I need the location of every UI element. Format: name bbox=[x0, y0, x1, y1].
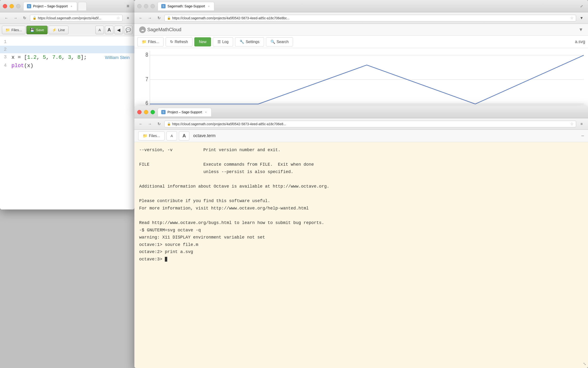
tab-favicon-bottom: S bbox=[161, 110, 166, 114]
url-text-right: https://cloud.sagemath.com/projects/4a5f… bbox=[172, 16, 569, 20]
term-line-16[interactable]: octave:3> bbox=[139, 256, 583, 263]
line-number-3: 3 bbox=[1, 53, 9, 61]
back-button-right[interactable]: ← bbox=[137, 15, 144, 22]
maximize-button-bottom[interactable] bbox=[151, 110, 155, 114]
close-button[interactable] bbox=[3, 4, 7, 8]
tab-close-left[interactable]: × bbox=[70, 4, 73, 8]
term-smc-toolbar: 📁 Files... A A octave.term − bbox=[134, 130, 588, 142]
reload-button-left[interactable]: ↻ bbox=[21, 15, 28, 22]
smc-new-label: New bbox=[199, 40, 206, 44]
smc-logo: ☁ bbox=[139, 27, 146, 33]
url-lock-left: 🔒 bbox=[33, 16, 36, 20]
url-bar-bottom[interactable]: 🔒 https://cloud.sagemath.com/projects/4a… bbox=[164, 121, 576, 127]
term-font-large-button[interactable]: A bbox=[179, 131, 189, 140]
smc-refresh-button[interactable]: ↻ Refresh bbox=[166, 37, 192, 46]
tab-favicon-left: S bbox=[27, 4, 31, 8]
smc-log-button[interactable]: ☰ Log bbox=[213, 37, 233, 46]
reload-button-right[interactable]: ↻ bbox=[155, 15, 162, 22]
smc-new-button[interactable]: New bbox=[194, 37, 211, 46]
smc-nav-expand[interactable]: ▼ bbox=[579, 27, 583, 32]
bookmark-star-right[interactable]: ☆ bbox=[570, 16, 573, 20]
smc-files-button[interactable]: 📁 Files... bbox=[137, 37, 164, 46]
menu-button-left[interactable]: ≡ bbox=[125, 15, 132, 22]
comment-button[interactable]: 💬 bbox=[124, 26, 133, 34]
files-icon: 📁 bbox=[5, 28, 10, 32]
font-large-button[interactable]: A bbox=[105, 26, 114, 34]
smc-log-label: Log bbox=[222, 40, 229, 44]
reload-button-bottom[interactable]: ↻ bbox=[155, 120, 162, 128]
collapse-button[interactable]: ◀ bbox=[114, 26, 123, 34]
smc-refresh-icon: ↻ bbox=[170, 39, 173, 44]
minimize-button-right[interactable] bbox=[144, 4, 148, 8]
term-line-4: unless --persist is also specified. bbox=[139, 168, 583, 176]
tab-right-active[interactable]: S Sagemath: Sage-Support × bbox=[158, 2, 214, 10]
traffic-lights-right bbox=[137, 4, 155, 8]
term-filename: octave.term bbox=[193, 133, 215, 138]
term-minimize-button[interactable]: − bbox=[581, 133, 584, 139]
traffic-lights-left bbox=[3, 4, 20, 8]
font-small-label: A bbox=[98, 28, 101, 32]
terminal-content[interactable]: --version, -v Print version number and e… bbox=[134, 142, 588, 368]
menu-button-bottom[interactable]: ≡ bbox=[578, 120, 585, 128]
minimize-button-bottom[interactable] bbox=[144, 110, 148, 114]
url-bar-right[interactable]: 🔒 https://cloud.sagemath.com/projects/4a… bbox=[164, 15, 576, 21]
term-line-14: octave:1> source file.m bbox=[139, 241, 583, 248]
forward-button-bottom[interactable]: → bbox=[146, 120, 153, 128]
term-line-11: Read http://www.octave.org/bugs.html to … bbox=[139, 219, 583, 227]
save-label: Save bbox=[36, 28, 44, 32]
back-button-bottom[interactable]: ← bbox=[137, 120, 144, 128]
term-line-6: Additional information about Octave is a… bbox=[139, 183, 583, 190]
url-text-left: https://cloud.sagemath.com/projects/4a5f… bbox=[38, 16, 115, 20]
tab-title-right: Sagemath: Sage-Support bbox=[168, 4, 205, 8]
line-button[interactable]: ⚡ Line bbox=[49, 26, 68, 34]
term-font-small-button[interactable]: A bbox=[167, 131, 177, 140]
editor-area[interactable]: 1 2 3 x = [1.2, 5, 7.6, 3, 8]; 4 plot(x) bbox=[0, 36, 134, 210]
y-label-8: 8 bbox=[146, 51, 148, 58]
close-button-right[interactable] bbox=[137, 4, 142, 8]
menu-button-right[interactable]: ▼ bbox=[578, 15, 585, 22]
tab-bottom-active[interactable]: S Project – Sage-Support × bbox=[158, 108, 212, 116]
save-button[interactable]: 💾 Save bbox=[27, 26, 48, 34]
editor-line-2: 2 bbox=[0, 46, 134, 53]
cursor-annotation: William Stein bbox=[105, 55, 130, 60]
plot-svg: 8 7 6 bbox=[134, 48, 588, 108]
term-line-2 bbox=[139, 154, 583, 161]
url-lock-bottom: 🔒 bbox=[167, 122, 171, 126]
smc-title: SageMathCloud bbox=[147, 27, 181, 32]
line-number-4: 4 bbox=[1, 62, 9, 69]
forward-button-left[interactable]: → bbox=[12, 15, 19, 22]
close-button-bottom[interactable] bbox=[137, 110, 142, 114]
editor-toolbar: 📁 Files... 💾 Save ⚡ Line A A ◀ 💬 bbox=[0, 24, 134, 36]
smc-search-button[interactable]: 🔍 Search bbox=[266, 37, 293, 46]
term-line-9: For more information, visit http://www.o… bbox=[139, 205, 583, 212]
files-button[interactable]: 📁 Files... bbox=[2, 26, 26, 34]
window-menu-left[interactable]: ≡ bbox=[125, 3, 132, 10]
term-files-button[interactable]: 📁 Files... bbox=[138, 131, 165, 140]
maximize-button-right[interactable] bbox=[151, 4, 155, 8]
expand-button-right[interactable]: ⤢ bbox=[578, 3, 585, 10]
minimize-button[interactable] bbox=[9, 4, 14, 8]
url-lock-right: 🔒 bbox=[167, 16, 171, 20]
editor-window: S Project – Sage-Support × ≡ ← → ↻ 🔒 htt… bbox=[0, 0, 134, 210]
bookmark-star-left[interactable]: ☆ bbox=[116, 16, 120, 20]
tab-close-bottom[interactable]: × bbox=[204, 110, 208, 114]
url-bar-left[interactable]: 🔒 https://cloud.sagemath.com/projects/4a… bbox=[30, 15, 123, 21]
tab-left-active[interactable]: S Project – Sage-Support × bbox=[23, 2, 77, 10]
smc-settings-label: Settings bbox=[246, 40, 259, 44]
back-button-left[interactable]: ← bbox=[3, 15, 10, 22]
tab-left-new[interactable] bbox=[78, 2, 87, 10]
sagemath-window: S Sagemath: Sage-Support × ⤢ ← → ↻ 🔒 htt… bbox=[134, 0, 588, 108]
bolt-icon: ⚡ bbox=[52, 28, 57, 32]
font-small-button[interactable]: A bbox=[95, 26, 104, 34]
expand-icon-bottom[interactable]: ⤡ bbox=[583, 362, 586, 366]
maximize-button[interactable] bbox=[16, 4, 20, 8]
smc-refresh-label: Refresh bbox=[175, 40, 188, 44]
forward-button-right[interactable]: → bbox=[146, 15, 153, 22]
smc-settings-button[interactable]: 🔧 Settings bbox=[235, 37, 264, 46]
bookmark-star-bottom[interactable]: ☆ bbox=[570, 122, 573, 126]
term-font-large-label: A bbox=[182, 133, 186, 138]
tab-close-right[interactable]: × bbox=[207, 4, 211, 8]
smc-search-label: Search bbox=[277, 40, 289, 44]
line-content-4: plot(x) bbox=[9, 62, 134, 70]
term-line-13: warning: X11 DISPLAY environment variabl… bbox=[139, 234, 583, 241]
